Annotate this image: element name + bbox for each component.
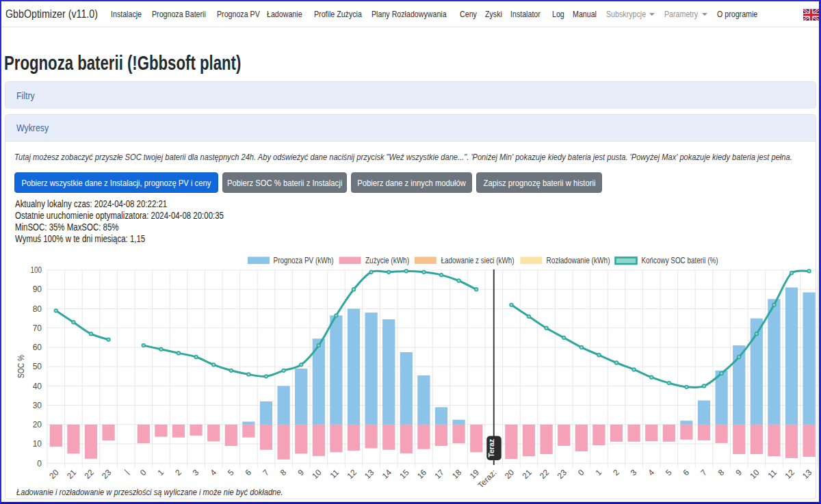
svg-text:4: 4 xyxy=(208,468,218,478)
svg-text:0: 0 xyxy=(576,468,586,478)
svg-text:90: 90 xyxy=(33,284,42,294)
svg-text:30: 30 xyxy=(33,401,42,410)
svg-text:14: 14 xyxy=(380,467,394,481)
svg-text:Prognoza PV (kWh): Prognoza PV (kWh) xyxy=(274,256,334,265)
svg-text:8: 8 xyxy=(278,468,289,478)
svg-text:11: 11 xyxy=(328,467,341,480)
svg-text:10: 10 xyxy=(310,467,324,481)
svg-text:2: 2 xyxy=(173,468,183,478)
svg-text:80: 80 xyxy=(33,304,42,314)
svg-text:22: 22 xyxy=(82,467,96,481)
svg-text:22: 22 xyxy=(538,467,551,481)
svg-text:16: 16 xyxy=(415,467,429,481)
svg-text:0: 0 xyxy=(37,459,42,468)
svg-text:10: 10 xyxy=(33,439,42,449)
svg-text:Teraz: Teraz xyxy=(487,439,495,457)
svg-text:60: 60 xyxy=(33,343,42,352)
svg-text:100: 100 xyxy=(31,265,42,275)
svg-text:Końcowy SOC baterii (%): Końcowy SOC baterii (%) xyxy=(642,256,718,265)
svg-text:2: 2 xyxy=(611,468,621,478)
svg-text:21: 21 xyxy=(65,467,79,481)
svg-text:3: 3 xyxy=(191,468,201,478)
svg-text:9: 9 xyxy=(733,468,744,478)
svg-text:6: 6 xyxy=(681,468,692,478)
svg-text:40: 40 xyxy=(33,382,42,391)
svg-text:|: | xyxy=(122,468,131,476)
svg-text:10: 10 xyxy=(748,467,761,481)
svg-text:12: 12 xyxy=(783,467,796,481)
svg-text:Ładowanie z sieci (kWh): Ładowanie z sieci (kWh) xyxy=(441,256,514,265)
svg-text:20: 20 xyxy=(503,467,517,481)
svg-text:7: 7 xyxy=(261,468,271,478)
svg-text:13: 13 xyxy=(363,467,376,481)
svg-text:17: 17 xyxy=(432,467,446,481)
svg-text:3: 3 xyxy=(629,468,639,478)
svg-text:11: 11 xyxy=(766,467,779,480)
svg-text:SOC %: SOC % xyxy=(16,355,26,378)
svg-text:15: 15 xyxy=(398,467,411,481)
svg-text:Teraz:: Teraz: xyxy=(475,468,498,487)
svg-text:6: 6 xyxy=(244,468,254,478)
svg-text:23: 23 xyxy=(100,467,114,481)
svg-text:Rozładowanie (kWh): Rozładowanie (kWh) xyxy=(547,256,610,265)
svg-text:50: 50 xyxy=(33,362,42,371)
svg-text:Zużycie (kWh): Zużycie (kWh) xyxy=(365,256,409,265)
svg-text:13: 13 xyxy=(800,467,814,481)
svg-text:0: 0 xyxy=(138,468,148,478)
svg-text:21: 21 xyxy=(520,467,534,481)
svg-text:1: 1 xyxy=(156,468,166,478)
svg-text:7: 7 xyxy=(699,468,709,478)
svg-text:4: 4 xyxy=(646,468,656,478)
svg-text:18: 18 xyxy=(450,467,464,481)
svg-text:70: 70 xyxy=(33,323,42,333)
svg-text:9: 9 xyxy=(296,468,306,478)
svg-text:1: 1 xyxy=(594,468,604,478)
svg-text:5: 5 xyxy=(226,468,236,478)
svg-text:5: 5 xyxy=(664,468,674,478)
svg-text:23: 23 xyxy=(556,467,569,481)
svg-text:19: 19 xyxy=(468,467,482,481)
svg-text:8: 8 xyxy=(716,468,727,478)
svg-text:12: 12 xyxy=(345,467,359,481)
svg-text:20: 20 xyxy=(47,467,61,481)
svg-text:20: 20 xyxy=(33,420,42,429)
